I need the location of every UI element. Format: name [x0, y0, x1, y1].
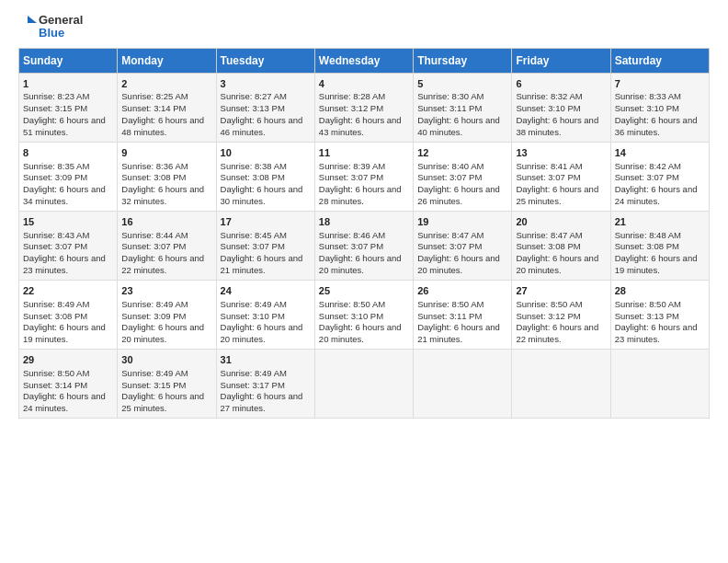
day-cell: 20Sunrise: 8:47 AM Sunset: 3:08 PM Dayli…: [512, 211, 610, 280]
day-info: Sunrise: 8:50 AM Sunset: 3:11 PM Dayligh…: [417, 299, 500, 344]
day-cell: 26Sunrise: 8:50 AM Sunset: 3:11 PM Dayli…: [414, 280, 512, 349]
day-cell: 22Sunrise: 8:49 AM Sunset: 3:08 PM Dayli…: [19, 280, 118, 349]
day-number: 7: [615, 77, 705, 91]
day-number: 1: [23, 77, 113, 91]
day-number: 21: [615, 215, 705, 229]
logo: General Blue: [18, 14, 83, 40]
day-number: 19: [417, 215, 507, 229]
day-info: Sunrise: 8:49 AM Sunset: 3:10 PM Dayligh…: [221, 299, 303, 344]
day-info: Sunrise: 8:36 AM Sunset: 3:08 PM Dayligh…: [121, 161, 204, 206]
day-cell: 25Sunrise: 8:50 AM Sunset: 3:10 PM Dayli…: [314, 280, 413, 349]
day-info: Sunrise: 8:42 AM Sunset: 3:07 PM Dayligh…: [615, 161, 698, 206]
day-number: 31: [221, 353, 311, 367]
day-cell: [610, 349, 709, 418]
day-cell: 14Sunrise: 8:42 AM Sunset: 3:07 PM Dayli…: [610, 142, 709, 211]
day-number: 14: [615, 146, 705, 160]
day-cell: 31Sunrise: 8:49 AM Sunset: 3:17 PM Dayli…: [216, 349, 314, 418]
col-header-wednesday: Wednesday: [314, 48, 413, 73]
header-row: SundayMondayTuesdayWednesdayThursdayFrid…: [19, 48, 710, 73]
day-number: 18: [319, 215, 409, 229]
day-cell: 12Sunrise: 8:40 AM Sunset: 3:07 PM Dayli…: [414, 142, 512, 211]
day-cell: 4Sunrise: 8:28 AM Sunset: 3:12 PM Daylig…: [314, 73, 413, 142]
day-info: Sunrise: 8:49 AM Sunset: 3:15 PM Dayligh…: [121, 368, 204, 413]
day-cell: 23Sunrise: 8:49 AM Sunset: 3:09 PM Dayli…: [118, 280, 216, 349]
day-cell: 8Sunrise: 8:35 AM Sunset: 3:09 PM Daylig…: [19, 142, 118, 211]
day-number: 3: [221, 77, 311, 91]
day-info: Sunrise: 8:46 AM Sunset: 3:07 PM Dayligh…: [319, 230, 402, 275]
day-info: Sunrise: 8:47 AM Sunset: 3:08 PM Dayligh…: [516, 230, 598, 275]
day-cell: 3Sunrise: 8:27 AM Sunset: 3:13 PM Daylig…: [216, 73, 314, 142]
day-cell: 30Sunrise: 8:49 AM Sunset: 3:15 PM Dayli…: [118, 349, 216, 418]
day-info: Sunrise: 8:41 AM Sunset: 3:07 PM Dayligh…: [516, 161, 598, 206]
day-info: Sunrise: 8:49 AM Sunset: 3:17 PM Dayligh…: [221, 368, 303, 413]
col-header-friday: Friday: [512, 48, 610, 73]
day-info: Sunrise: 8:50 AM Sunset: 3:10 PM Dayligh…: [319, 299, 402, 344]
day-cell: 16Sunrise: 8:44 AM Sunset: 3:07 PM Dayli…: [118, 211, 216, 280]
day-cell: 13Sunrise: 8:41 AM Sunset: 3:07 PM Dayli…: [512, 142, 610, 211]
day-number: 16: [121, 215, 211, 229]
day-cell: 27Sunrise: 8:50 AM Sunset: 3:12 PM Dayli…: [512, 280, 610, 349]
day-info: Sunrise: 8:25 AM Sunset: 3:14 PM Dayligh…: [121, 91, 204, 136]
day-number: 26: [417, 284, 507, 298]
logo-general: General: [39, 14, 83, 27]
day-cell: 19Sunrise: 8:47 AM Sunset: 3:07 PM Dayli…: [414, 211, 512, 280]
day-cell: [314, 349, 413, 418]
day-number: 22: [23, 284, 113, 298]
day-number: 10: [221, 146, 311, 160]
day-cell: 11Sunrise: 8:39 AM Sunset: 3:07 PM Dayli…: [314, 142, 413, 211]
day-cell: 18Sunrise: 8:46 AM Sunset: 3:07 PM Dayli…: [314, 211, 413, 280]
logo-container: General Blue: [18, 14, 83, 40]
col-header-tuesday: Tuesday: [216, 48, 314, 73]
day-info: Sunrise: 8:50 AM Sunset: 3:12 PM Dayligh…: [516, 299, 598, 344]
day-info: Sunrise: 8:48 AM Sunset: 3:08 PM Dayligh…: [615, 230, 698, 275]
day-number: 24: [221, 284, 311, 298]
day-cell: 28Sunrise: 8:50 AM Sunset: 3:13 PM Dayli…: [610, 280, 709, 349]
week-row-2: 8Sunrise: 8:35 AM Sunset: 3:09 PM Daylig…: [19, 142, 710, 211]
day-info: Sunrise: 8:45 AM Sunset: 3:07 PM Dayligh…: [221, 230, 303, 275]
day-number: 29: [23, 353, 113, 367]
col-header-sunday: Sunday: [19, 48, 118, 73]
day-info: Sunrise: 8:47 AM Sunset: 3:07 PM Dayligh…: [417, 230, 500, 275]
day-cell: 7Sunrise: 8:33 AM Sunset: 3:10 PM Daylig…: [610, 73, 709, 142]
day-cell: 10Sunrise: 8:38 AM Sunset: 3:08 PM Dayli…: [216, 142, 314, 211]
day-info: Sunrise: 8:50 AM Sunset: 3:13 PM Dayligh…: [615, 299, 698, 344]
day-info: Sunrise: 8:40 AM Sunset: 3:07 PM Dayligh…: [417, 161, 500, 206]
day-number: 6: [516, 77, 606, 91]
day-info: Sunrise: 8:44 AM Sunset: 3:07 PM Dayligh…: [121, 230, 204, 275]
day-cell: 5Sunrise: 8:30 AM Sunset: 3:11 PM Daylig…: [414, 73, 512, 142]
day-cell: 21Sunrise: 8:48 AM Sunset: 3:08 PM Dayli…: [610, 211, 709, 280]
day-number: 9: [121, 146, 211, 160]
day-info: Sunrise: 8:23 AM Sunset: 3:15 PM Dayligh…: [23, 91, 106, 136]
col-header-thursday: Thursday: [414, 48, 512, 73]
day-number: 27: [516, 284, 606, 298]
day-cell: 6Sunrise: 8:32 AM Sunset: 3:10 PM Daylig…: [512, 73, 610, 142]
day-number: 28: [615, 284, 705, 298]
day-info: Sunrise: 8:32 AM Sunset: 3:10 PM Dayligh…: [516, 91, 598, 136]
day-number: 25: [319, 284, 409, 298]
day-number: 15: [23, 215, 113, 229]
day-number: 4: [319, 77, 409, 91]
day-cell: 15Sunrise: 8:43 AM Sunset: 3:07 PM Dayli…: [19, 211, 118, 280]
week-row-4: 22Sunrise: 8:49 AM Sunset: 3:08 PM Dayli…: [19, 280, 710, 349]
day-number: 2: [121, 77, 211, 91]
day-info: Sunrise: 8:33 AM Sunset: 3:10 PM Dayligh…: [615, 91, 698, 136]
day-cell: 2Sunrise: 8:25 AM Sunset: 3:14 PM Daylig…: [118, 73, 216, 142]
day-number: 8: [23, 146, 113, 160]
day-info: Sunrise: 8:38 AM Sunset: 3:08 PM Dayligh…: [221, 161, 303, 206]
day-cell: [512, 349, 610, 418]
logo-text: General Blue: [39, 14, 83, 40]
day-number: 12: [417, 146, 507, 160]
svg-marker-0: [28, 16, 37, 23]
calendar-table: SundayMondayTuesdayWednesdayThursdayFrid…: [18, 48, 710, 419]
day-info: Sunrise: 8:43 AM Sunset: 3:07 PM Dayligh…: [23, 230, 106, 275]
logo-bird-icon: [18, 16, 37, 38]
week-row-1: 1Sunrise: 8:23 AM Sunset: 3:15 PM Daylig…: [19, 73, 710, 142]
day-info: Sunrise: 8:30 AM Sunset: 3:11 PM Dayligh…: [417, 91, 500, 136]
day-number: 30: [121, 353, 211, 367]
day-info: Sunrise: 8:39 AM Sunset: 3:07 PM Dayligh…: [319, 161, 402, 206]
day-number: 23: [121, 284, 211, 298]
day-info: Sunrise: 8:35 AM Sunset: 3:09 PM Dayligh…: [23, 161, 106, 206]
week-row-5: 29Sunrise: 8:50 AM Sunset: 3:14 PM Dayli…: [19, 349, 710, 418]
day-cell: 24Sunrise: 8:49 AM Sunset: 3:10 PM Dayli…: [216, 280, 314, 349]
day-info: Sunrise: 8:49 AM Sunset: 3:09 PM Dayligh…: [121, 299, 204, 344]
